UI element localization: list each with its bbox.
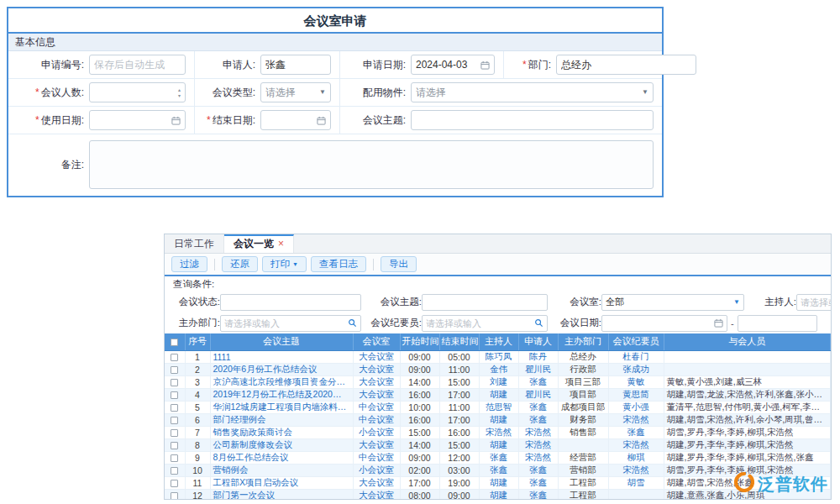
apply-date-input[interactable] xyxy=(416,55,480,74)
meeting-subject-link[interactable]: 1111 xyxy=(210,350,353,363)
tab-meeting-overview[interactable]: 会议一览× xyxy=(224,234,294,253)
meeting-status-input[interactable] xyxy=(224,297,357,307)
select-all-checkbox[interactable] xyxy=(171,339,178,346)
department-input[interactable] xyxy=(561,55,691,74)
number-stepper[interactable]: ▴▾ xyxy=(178,87,181,98)
meeting-date-to-field[interactable] xyxy=(738,315,817,332)
meeting-subject-link[interactable]: 营销例会 xyxy=(210,464,353,476)
search-icon[interactable] xyxy=(348,318,357,328)
meeting-subject-link[interactable]: 工程部X项目启动会议 xyxy=(210,476,353,489)
apply-date-field[interactable] xyxy=(411,55,495,75)
required-mark: * xyxy=(35,87,39,98)
meeting-type-select[interactable]: 请选择 ▼ xyxy=(260,82,331,102)
attendee-count-field[interactable]: ▴▾ xyxy=(89,82,186,102)
restore-button[interactable]: 还原 xyxy=(222,256,258,272)
end-date-field[interactable] xyxy=(260,110,331,130)
end-date-input[interactable] xyxy=(265,111,317,129)
meeting-subject-link[interactable]: 公司新制度修改会议 xyxy=(210,438,353,451)
column-header[interactable]: 会议纪要员 xyxy=(608,333,664,350)
calendar-icon[interactable] xyxy=(317,116,326,125)
table-row[interactable]: 6部门经理例会中会议室16:0017:00胡建张鑫财务部宋浩然胡建,胡雪,宋浩然… xyxy=(165,413,831,426)
app-no-input[interactable] xyxy=(94,55,181,74)
chevron-down-icon[interactable]: ▾ xyxy=(178,93,181,98)
meeting-subject-input[interactable] xyxy=(426,297,543,307)
row-checkbox[interactable] xyxy=(171,442,178,449)
meeting-status-field[interactable] xyxy=(220,294,361,311)
calendar-icon[interactable] xyxy=(480,60,490,70)
column-header[interactable]: 主持人 xyxy=(479,333,518,350)
meeting-date-from-input[interactable] xyxy=(606,318,714,328)
meeting-room-select[interactable]: 全部 ▼ xyxy=(601,294,744,311)
host-dept-field[interactable] xyxy=(220,315,361,332)
subject-input[interactable] xyxy=(416,111,648,129)
meeting-date-to-input[interactable] xyxy=(742,318,813,328)
host-input[interactable] xyxy=(801,297,832,307)
table-row[interactable]: 10营销例会小会议室02:0003:00张鑫张鑫营销部宋浩然胡雪,罗丹,李华,李… xyxy=(165,464,831,476)
chevron-up-icon[interactable]: ▴ xyxy=(178,87,181,92)
meeting-subject-link[interactable]: 部门第一次会议 xyxy=(210,489,353,500)
row-checkbox[interactable] xyxy=(171,467,178,475)
row-checkbox[interactable] xyxy=(171,492,178,500)
row-checkbox[interactable] xyxy=(171,366,178,374)
view-log-button[interactable]: 查看日志 xyxy=(311,256,366,272)
row-checkbox[interactable] xyxy=(171,404,178,412)
app-no-field[interactable] xyxy=(89,55,186,75)
select-all-header[interactable] xyxy=(165,333,185,350)
table-row[interactable]: 42019年12月份工作总结及2020年1月工作计划大会议室16:0017:00… xyxy=(165,388,831,401)
column-header[interactable]: 结束时间 xyxy=(439,333,479,350)
meeting-subject-link[interactable]: 8月份工作总结会议 xyxy=(210,451,353,464)
column-header[interactable]: 序号 xyxy=(185,333,210,350)
table-row[interactable]: 11工程部X项目启动会议大会议室17:0019:00胡建张鑫工程部胡雪胡建,胡雪… xyxy=(165,476,831,489)
column-header[interactable]: 申请人 xyxy=(518,333,558,350)
row-checkbox[interactable] xyxy=(171,391,178,399)
table-row[interactable]: 8公司新制度修改会议大会议室14:0015:00胡建宋浩然宋浩然胡建,罗丹,李华… xyxy=(165,438,831,451)
meeting-subject-link[interactable]: 销售奖励政策商讨会 xyxy=(210,426,353,438)
host-field[interactable] xyxy=(796,294,832,311)
column-header[interactable]: 与会人员 xyxy=(664,333,831,350)
table-row[interactable]: 98月份工作总结会议中会议室09:0012:00张鑫宋浩然经营部柳琪胡建,罗丹,… xyxy=(165,451,831,464)
search-icon[interactable] xyxy=(534,318,543,328)
row-checkbox[interactable] xyxy=(171,429,178,437)
subject-field[interactable] xyxy=(411,110,654,130)
column-header[interactable]: 主办部门 xyxy=(558,333,608,350)
column-header[interactable]: 开始时间 xyxy=(400,333,439,350)
meeting-subject-link[interactable]: 华润12城房建工程项目内墙涂料工程投标会议 xyxy=(210,401,353,413)
applicant-input[interactable] xyxy=(265,55,326,74)
use-date-field[interactable] xyxy=(89,110,186,130)
meeting-subject-field[interactable] xyxy=(422,294,548,311)
applicant-field[interactable] xyxy=(260,55,331,75)
row-checkbox[interactable] xyxy=(171,379,178,386)
filter-button[interactable]: 过滤 xyxy=(171,256,207,272)
meeting-subject-link[interactable]: 京沪高速北京段维修项目资金分配会 xyxy=(210,375,353,388)
recorder-input[interactable] xyxy=(426,318,534,328)
table-row[interactable]: 12部门第一次会议大会议室08:0009:00胡建张鑫工程部胡建,意燕,张鑫,小… xyxy=(165,489,831,500)
calendar-icon[interactable] xyxy=(171,116,181,125)
table-row[interactable]: 11111大会议室09:0005:00陈巧凤陈丹总经办杜春门 xyxy=(165,350,831,363)
row-checkbox[interactable] xyxy=(171,417,178,424)
export-button[interactable]: 导出 xyxy=(381,256,417,272)
table-row[interactable]: 7销售奖励政策商讨会小会议室15:0016:00宋浩然宋浩然销售部张鑫胡雪,罗丹… xyxy=(165,426,831,438)
table-row[interactable]: 3京沪高速北京段维修项目资金分配会大会议室14:0015:00刘建张鑫项目三部黄… xyxy=(165,375,831,388)
remark-textarea[interactable] xyxy=(89,140,654,189)
print-button[interactable]: 打印▼ xyxy=(262,256,307,272)
attendee-count-input[interactable] xyxy=(94,83,178,102)
row-checkbox[interactable] xyxy=(171,480,178,487)
use-date-input[interactable] xyxy=(94,111,171,129)
column-header[interactable]: 会议主题 xyxy=(210,333,353,350)
meeting-subject-link[interactable]: 部门经理例会 xyxy=(210,413,353,426)
meeting-subject-link[interactable]: 2020年6月份工作总结会议 xyxy=(210,363,353,375)
row-checkbox[interactable] xyxy=(171,354,178,361)
department-field[interactable] xyxy=(556,55,696,75)
equipment-select[interactable]: 请选择 ▼ xyxy=(411,82,654,102)
column-header[interactable]: 会议室 xyxy=(353,333,400,350)
meeting-subject-link[interactable]: 2019年12月份工作总结及2020年1月工作计划 xyxy=(210,388,353,401)
host-dept-input[interactable] xyxy=(224,318,348,328)
recorder-field[interactable] xyxy=(422,315,548,332)
table-row[interactable]: 5华润12城房建工程项目内墙涂料工程投标会议中会议室10:0011:00范思智张… xyxy=(165,401,831,413)
meeting-date-from-field[interactable] xyxy=(601,315,727,332)
table-row[interactable]: 22020年6月份工作总结会议大会议室09:0011:00金伟瞿川民行政部张成功 xyxy=(165,363,831,375)
close-icon[interactable]: × xyxy=(278,238,284,249)
row-checkbox[interactable] xyxy=(171,454,178,462)
tab-daily-work[interactable]: 日常工作 xyxy=(165,234,224,253)
calendar-icon[interactable] xyxy=(714,318,723,328)
